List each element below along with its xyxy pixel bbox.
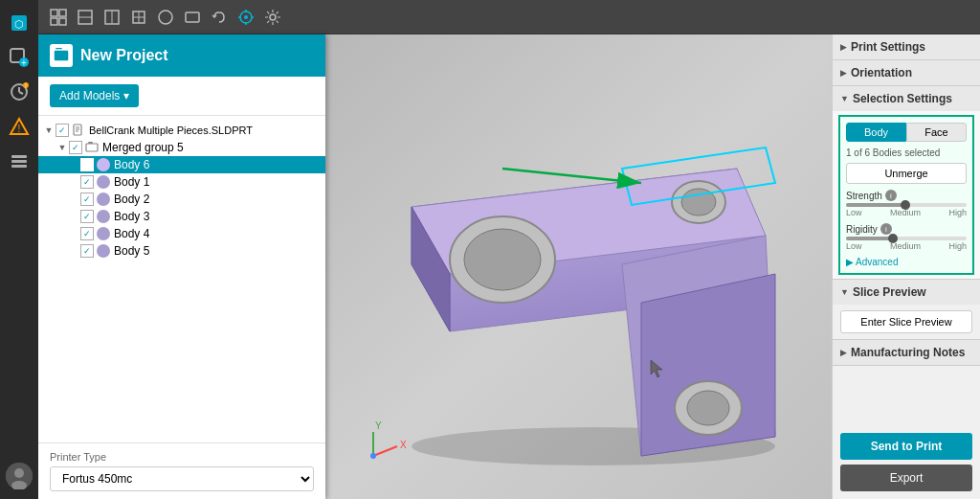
tree-checkbox-file[interactable]: ✓ xyxy=(56,124,69,137)
orientation-chevron: ▶ xyxy=(840,68,847,78)
viewport[interactable]: X Y xyxy=(325,34,832,499)
body-tab[interactable]: Body xyxy=(846,123,906,142)
file-label: BellCrank Multiple Pieces.SLDPRT xyxy=(89,125,253,136)
content-area: New Project Add Models ▾ ▼ ✓ BellCrank M… xyxy=(38,34,980,499)
file-icon xyxy=(72,124,85,137)
rigidity-slider-section: Rigidity i Low Medium High xyxy=(846,223,967,251)
body3-label: Body 3 xyxy=(114,210,149,223)
3d-model-svg: X Y xyxy=(325,34,832,499)
svg-text:Y: Y xyxy=(375,420,382,431)
tree-item-body5[interactable]: ✓ Body 5 xyxy=(38,242,325,260)
svg-rect-14 xyxy=(11,165,27,168)
tree-checkbox-group[interactable]: ✓ xyxy=(69,141,82,154)
dropdown-arrow-icon: ▾ xyxy=(123,89,129,102)
advanced-chevron-icon: ▶ xyxy=(846,257,854,267)
strength-info-icon[interactable]: i xyxy=(885,190,897,201)
strength-slider-section: Strength i Low Medium High xyxy=(846,190,967,217)
print-settings-chevron: ▶ xyxy=(840,42,847,52)
svg-rect-46 xyxy=(88,142,93,144)
toolbar-icon-5[interactable] xyxy=(155,7,176,28)
project-icon xyxy=(50,44,73,67)
tree-item-body6[interactable]: ✓ Body 6 xyxy=(38,156,325,173)
tree-area: ▼ ✓ BellCrank Multiple Pieces.SLDPRT ▼ ✓… xyxy=(38,116,325,442)
svg-text:⬡: ⬡ xyxy=(14,18,24,30)
orientation-header[interactable]: ▶ Orientation xyxy=(833,60,980,85)
clock-icon[interactable]: ! xyxy=(4,77,34,107)
avatar-image xyxy=(6,463,33,489)
project-title: New Project xyxy=(80,47,168,64)
print-settings-section: ▶ Print Settings xyxy=(833,34,980,60)
svg-rect-20 xyxy=(51,18,57,25)
svg-rect-19 xyxy=(59,10,66,16)
printer-section: Printer Type Fortus 450mc xyxy=(38,442,325,499)
svg-point-50 xyxy=(464,229,541,290)
svg-rect-18 xyxy=(51,10,57,16)
svg-point-32 xyxy=(244,15,248,19)
selection-settings-chevron: ▼ xyxy=(840,94,849,103)
enter-slice-preview-button[interactable]: Enter Slice Preview xyxy=(840,310,972,333)
svg-rect-38 xyxy=(54,50,69,61)
undo-icon[interactable] xyxy=(209,7,230,28)
strength-thumb[interactable] xyxy=(901,200,910,210)
advanced-link[interactable]: ▶ Advanced xyxy=(846,257,967,267)
manufacturing-notes-header[interactable]: ▶ Manufacturing Notes xyxy=(833,340,980,365)
toolbar-icon-6[interactable] xyxy=(182,7,203,28)
tree-checkbox-body2[interactable]: ✓ xyxy=(80,193,94,206)
cube-icon[interactable]: ⬡ xyxy=(4,8,34,38)
slice-preview-header[interactable]: ▼ Slice Preview xyxy=(833,280,980,305)
add-shape-icon[interactable]: + xyxy=(4,42,34,73)
settings-icon[interactable] xyxy=(262,7,283,28)
rigidity-label: Rigidity i xyxy=(846,223,967,235)
tree-item-body4[interactable]: ✓ Body 4 xyxy=(38,225,325,242)
svg-rect-45 xyxy=(86,144,98,151)
tree-toggle-file[interactable]: ▼ xyxy=(42,124,56,137)
export-button[interactable]: Export xyxy=(840,465,972,491)
face-tab[interactable]: Face xyxy=(906,123,967,142)
slice-preview-section: ▼ Slice Preview Enter Slice Preview xyxy=(833,280,980,340)
toolbar-icon-1[interactable] xyxy=(48,7,69,28)
target-icon[interactable] xyxy=(235,7,256,28)
user-avatar[interactable] xyxy=(4,461,34,491)
selection-settings-content: Body Face 1 of 6 Bodies selected Unmerge… xyxy=(833,111,980,279)
tree-checkbox-body6[interactable]: ✓ xyxy=(80,158,94,171)
tree-item-body3[interactable]: ✓ Body 3 xyxy=(38,208,325,225)
rigidity-track[interactable] xyxy=(846,237,967,240)
unmerge-button[interactable]: Unmerge xyxy=(846,163,967,184)
tree-checkbox-body5[interactable]: ✓ xyxy=(80,244,94,258)
slice-preview-chevron: ▼ xyxy=(840,287,849,297)
print-settings-header[interactable]: ▶ Print Settings xyxy=(833,34,980,59)
strength-track[interactable] xyxy=(846,203,967,207)
svg-text:+: + xyxy=(21,57,27,68)
send-to-print-button[interactable]: Send to Print xyxy=(840,433,972,460)
tree-checkbox-body1[interactable]: ✓ xyxy=(80,175,94,189)
body2-label: Body 2 xyxy=(114,193,149,206)
warning-icon[interactable]: ! xyxy=(4,111,34,142)
body5-label: Body 5 xyxy=(114,244,149,258)
rigidity-labels: Low Medium High xyxy=(846,241,967,251)
body1-label: Body 1 xyxy=(114,175,149,189)
svg-text:X: X xyxy=(400,440,407,450)
printer-select[interactable]: Fortus 450mc xyxy=(50,466,314,491)
tree-checkbox-body4[interactable]: ✓ xyxy=(80,227,94,240)
selection-info: 1 of 6 Bodies selected xyxy=(846,147,967,158)
tree-item-body2[interactable]: ✓ Body 2 xyxy=(38,191,325,208)
svg-point-54 xyxy=(687,391,729,425)
tree-item-file[interactable]: ▼ ✓ BellCrank Multiple Pieces.SLDPRT xyxy=(38,122,325,139)
svg-point-29 xyxy=(159,11,172,24)
tree-toggle-group[interactable]: ▼ xyxy=(56,141,69,154)
selection-settings-header[interactable]: ▼ Selection Settings xyxy=(833,86,980,111)
toolbar-icon-2[interactable] xyxy=(75,7,96,28)
layers-icon[interactable] xyxy=(4,146,34,176)
tree-item-group[interactable]: ▼ ✓ Merged group 5 xyxy=(38,139,325,156)
orientation-section: ▶ Orientation xyxy=(833,60,980,86)
body6-label: Body 6 xyxy=(114,158,149,171)
toolbar-icon-4[interactable] xyxy=(128,7,149,28)
add-models-button[interactable]: Add Models ▾ xyxy=(50,84,139,107)
svg-rect-21 xyxy=(59,18,66,25)
toolbar-icon-3[interactable] xyxy=(101,7,122,28)
tree-item-body1[interactable]: ✓ Body 1 xyxy=(38,173,325,191)
rigidity-info-icon[interactable]: i xyxy=(880,223,892,235)
tree-toggle-body6 xyxy=(73,158,80,171)
tree-checkbox-body3[interactable]: ✓ xyxy=(80,210,94,223)
rigidity-fill xyxy=(846,237,894,240)
